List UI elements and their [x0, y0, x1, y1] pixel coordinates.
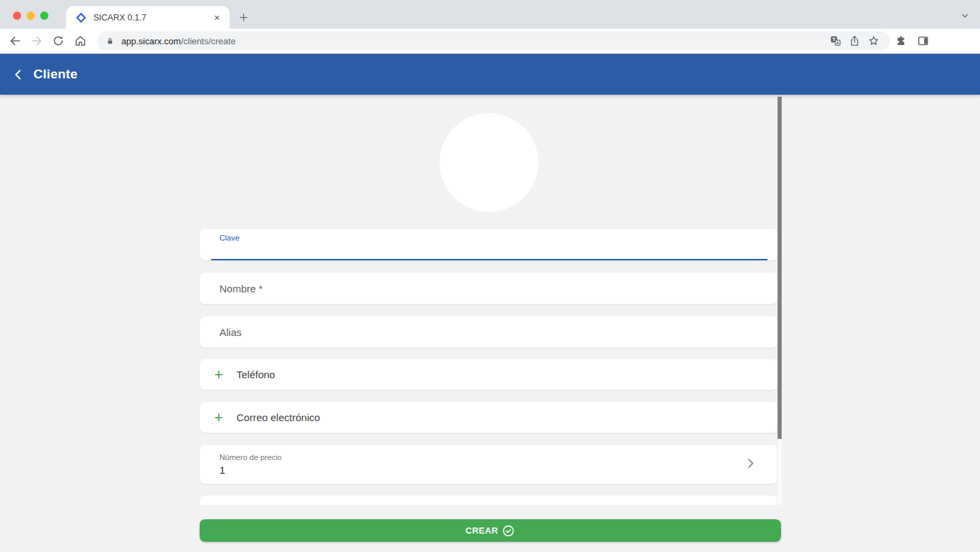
form-scroll-area[interactable]: Clave Nombre * Alias + Teléfono + Correo…	[199, 96, 782, 505]
add-correo-row[interactable]: + Correo electrónico	[200, 402, 778, 433]
tab-search-chevron-icon[interactable]	[957, 8, 973, 23]
address-bar[interactable]: app.sicarx.com/clients/create	[97, 31, 890, 50]
telefono-label: Teléfono	[236, 369, 275, 380]
page-title: Cliente	[33, 67, 78, 82]
numero-precio-row[interactable]: Número de precio 1	[200, 445, 778, 484]
next-field-partial[interactable]	[200, 495, 778, 505]
alias-field[interactable]: Alias	[200, 316, 778, 348]
mac-close-button[interactable]	[13, 12, 21, 20]
scrollbar-thumb[interactable]	[778, 97, 782, 439]
share-icon[interactable]	[845, 31, 864, 50]
nombre-field[interactable]: Nombre *	[200, 273, 778, 304]
nombre-placeholder: Nombre *	[200, 283, 262, 294]
back-chevron-icon[interactable]	[6, 63, 29, 86]
lock-icon[interactable]	[106, 37, 114, 46]
add-telefono-row[interactable]: + Teléfono	[200, 359, 778, 390]
home-icon[interactable]	[74, 34, 87, 48]
bookmark-star-icon[interactable]	[864, 31, 883, 50]
numero-precio-value: 1	[219, 464, 225, 476]
clave-label: Clave	[219, 234, 239, 242]
translate-icon[interactable]	[826, 31, 845, 50]
app-header: Cliente	[0, 54, 980, 95]
forward-icon	[30, 34, 44, 48]
page-content: Clave Nombre * Alias + Teléfono + Correo…	[0, 95, 980, 552]
tab-title: SICARX 0.1.7	[93, 13, 211, 22]
mac-zoom-button[interactable]	[40, 12, 48, 20]
check-circle-icon	[502, 524, 515, 538]
numero-precio-label: Número de precio	[219, 453, 281, 461]
create-button[interactable]: CREAR	[200, 519, 781, 542]
plus-icon[interactable]: +	[209, 367, 229, 382]
browser-tab[interactable]: SICARX 0.1.7 ×	[66, 6, 230, 29]
tab-close-icon[interactable]: ×	[211, 12, 223, 23]
focus-underline	[211, 259, 767, 260]
create-button-label: CREAR	[465, 525, 498, 536]
url-domain: app.sicarx.com	[121, 36, 181, 46]
back-icon[interactable]	[8, 34, 22, 48]
reload-icon[interactable]	[52, 35, 65, 48]
plus-icon[interactable]: +	[209, 410, 229, 425]
url-text: app.sicarx.com/clients/create	[121, 36, 826, 46]
alias-placeholder: Alias	[200, 326, 242, 338]
scrollbar-track[interactable]	[777, 96, 782, 505]
extensions-puzzle-icon[interactable]	[895, 35, 907, 47]
tab-strip: SICARX 0.1.7 ×	[0, 0, 980, 29]
new-tab-button[interactable]	[234, 8, 252, 26]
chevron-right-icon	[744, 457, 757, 473]
side-panel-icon[interactable]	[917, 35, 930, 48]
mac-minimize-button[interactable]	[27, 12, 35, 20]
correo-label: Correo electrónico	[236, 412, 320, 423]
browser-toolbar: app.sicarx.com/clients/create	[0, 29, 980, 54]
client-avatar-placeholder[interactable]	[440, 113, 538, 212]
url-path: /clients/create	[181, 36, 235, 46]
favicon-diamond-icon	[76, 12, 87, 23]
clave-field[interactable]: Clave	[200, 229, 778, 260]
